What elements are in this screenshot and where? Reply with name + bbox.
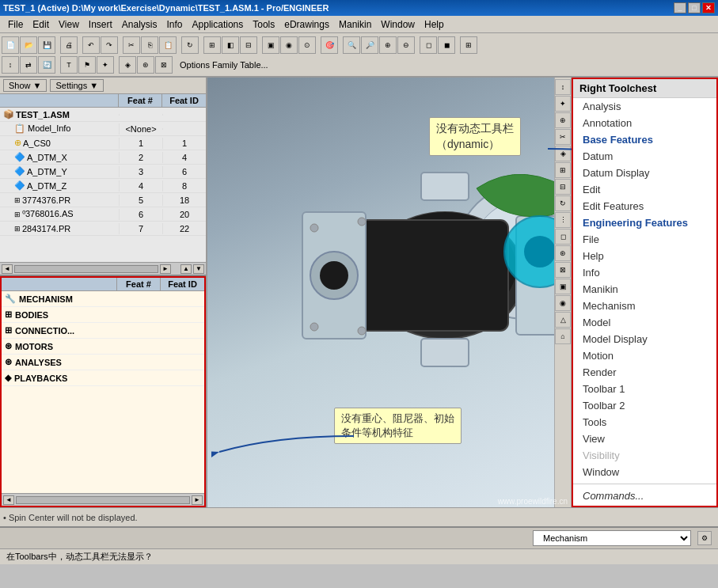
tb-new[interactable]: 📄 (2, 36, 19, 54)
tb-r7[interactable]: ◈ (119, 56, 136, 74)
tb-r1[interactable]: ↕ (2, 56, 19, 74)
tree-row[interactable]: ⊕ A_CS0 1 1 (0, 136, 206, 150)
vtb-12[interactable]: ⊠ (555, 262, 571, 278)
show-button[interactable]: Show ▼ (3, 79, 47, 92)
vtb-10[interactable]: ◻ (555, 229, 571, 245)
tb-datum[interactable]: ⊞ (460, 36, 477, 54)
tree-row[interactable]: 🔷 A_DTM_X 2 4 (0, 150, 206, 165)
restore-button[interactable]: □ (688, 2, 701, 13)
tree-row[interactable]: ⊞ 3774376.PR 5 18 (0, 193, 206, 207)
scroll-right[interactable]: ► (160, 264, 171, 274)
tc-datum[interactable]: Datum (573, 148, 716, 165)
close-button[interactable]: ✕ (702, 2, 715, 13)
tc-edit-features[interactable]: Edit Features (573, 198, 716, 214)
minimize-button[interactable]: _ (674, 2, 686, 13)
tb-undo[interactable]: ↶ (82, 36, 100, 54)
tree-row[interactable]: ⊞ 2843174.PR 7 22 (0, 222, 206, 236)
tc-info[interactable]: Info (573, 264, 716, 281)
tc-motion[interactable]: Motion (573, 347, 716, 364)
settings-button[interactable]: Settings ▼ (50, 79, 104, 92)
tc-base-features[interactable]: Base Features (573, 131, 716, 148)
scroll-down2[interactable]: ▼ (193, 264, 204, 274)
tb-wire[interactable]: ◻ (420, 36, 437, 54)
mech-row-motors[interactable]: ⊛ MOTORS (2, 339, 204, 355)
menu-info[interactable]: Info (162, 17, 188, 32)
tc-window[interactable]: Window (573, 464, 716, 480)
scroll-up2[interactable]: ▲ (180, 264, 192, 274)
tc-annotation[interactable]: Annotation (573, 115, 716, 131)
tb-view1[interactable]: ▣ (262, 36, 279, 54)
mech-row-analyses[interactable]: ⊛ ANALYSES (2, 355, 204, 370)
menu-edrawings[interactable]: eDrawings (279, 17, 334, 32)
tc-manikin[interactable]: Manikin (573, 281, 716, 298)
tc-edit[interactable]: Edit (573, 181, 716, 198)
mech-row-bodies[interactable]: ⊞ BODIES (2, 307, 204, 323)
tc-render[interactable]: Render (573, 364, 716, 381)
mech-scroll-right[interactable]: ► (192, 495, 203, 505)
menu-window[interactable]: Window (376, 17, 420, 32)
tb-r9[interactable]: ⊠ (155, 56, 173, 74)
mech-row-playbacks[interactable]: ◆ PLAYBACKS (2, 370, 204, 386)
tb-shade[interactable]: ◼ (438, 36, 455, 54)
tb-r2[interactable]: ⇄ (20, 56, 37, 74)
tb-3[interactable]: ⊟ (240, 36, 257, 54)
tc-analysis[interactable]: Analysis (573, 98, 716, 115)
mech-row-mechanism[interactable]: 🔧 MECHANISM (2, 291, 204, 307)
vtb-13[interactable]: ▣ (555, 279, 571, 294)
tc-datum-display[interactable]: Datum Display (573, 165, 716, 181)
mech-scroll-track[interactable] (16, 496, 190, 504)
tb-zoom1[interactable]: 🔍 (343, 36, 360, 54)
tb-save[interactable]: 💾 (38, 36, 55, 54)
tc-help[interactable]: Help (573, 248, 716, 264)
tb-open[interactable]: 📂 (20, 36, 37, 54)
vtb-1[interactable]: ↕ (555, 79, 571, 95)
vtb-9[interactable]: ⋮ (555, 212, 571, 228)
tb-r4[interactable]: T (60, 56, 78, 74)
vtb-3[interactable]: ⊕ (555, 112, 571, 128)
menu-help[interactable]: Help (420, 17, 449, 32)
scroll-track[interactable] (14, 265, 158, 273)
menu-analysis[interactable]: Analysis (117, 17, 162, 32)
mechanism-dropdown[interactable]: Mechanism (533, 530, 691, 546)
vtb-15[interactable]: △ (555, 312, 571, 328)
tb-print[interactable]: 🖨 (60, 36, 78, 54)
menu-insert[interactable]: Insert (84, 17, 117, 32)
tb-view3[interactable]: ⊙ (298, 36, 316, 54)
tc-commands[interactable]: Commands... (573, 487, 716, 504)
tb-regen[interactable]: ↻ (181, 36, 199, 54)
vtb-16[interactable]: ⌂ (555, 328, 571, 344)
tc-file[interactable]: File (573, 231, 716, 248)
menu-edit[interactable]: Edit (28, 17, 54, 32)
tb-cut[interactable]: ✂ (123, 36, 140, 54)
tb-copy[interactable]: ⎘ (141, 36, 158, 54)
vtb-8[interactable]: ↻ (555, 195, 571, 211)
viewport[interactable]: 没有动态工具栏 （dynamic） 没有重心、阻尼器、初始 条件等机构特征 (207, 78, 718, 507)
vtb-14[interactable]: ◉ (555, 295, 571, 311)
tb-r3[interactable]: 🔄 (38, 56, 55, 74)
tree-row[interactable]: 📦 TEST_1.ASM (0, 108, 206, 122)
tc-toolba[interactable]: Toolba... (573, 504, 716, 507)
menu-manikin[interactable]: Manikin (334, 17, 376, 32)
tb-zoom2[interactable]: 🔎 (361, 36, 378, 54)
tb-1[interactable]: ⊞ (203, 36, 221, 54)
vtb-2[interactable]: ✦ (555, 96, 571, 112)
menu-tools[interactable]: Tools (248, 17, 279, 32)
tc-toolbar2[interactable]: Toolbar 2 (573, 397, 716, 414)
tc-mechanism[interactable]: Mechanism (573, 298, 716, 314)
tb-zoom3[interactable]: ⊕ (379, 36, 397, 54)
tb-zoom4[interactable]: ⊖ (397, 36, 415, 54)
scroll-left[interactable]: ◄ (2, 264, 13, 274)
tc-view[interactable]: View (573, 431, 716, 447)
tc-model[interactable]: Model (573, 314, 716, 331)
mech-scroll-left[interactable]: ◄ (3, 495, 14, 505)
tree-row[interactable]: 🔷 A_DTM_Z 4 8 (0, 179, 206, 193)
menu-file[interactable]: File (3, 17, 28, 32)
tb-2[interactable]: ◧ (222, 36, 239, 54)
tc-model-display[interactable]: Model Display (573, 331, 716, 347)
tb-view2[interactable]: ◉ (280, 36, 298, 54)
tree-row[interactable]: ⊞ ⁰3768016.AS 6 20 (0, 207, 206, 222)
mech-row-connections[interactable]: ⊞ CONNECTIO... (2, 323, 204, 339)
tb-r8[interactable]: ⊛ (137, 56, 154, 74)
tb-orient[interactable]: 🎯 (321, 36, 338, 54)
vtb-11[interactable]: ⊛ (555, 245, 571, 261)
